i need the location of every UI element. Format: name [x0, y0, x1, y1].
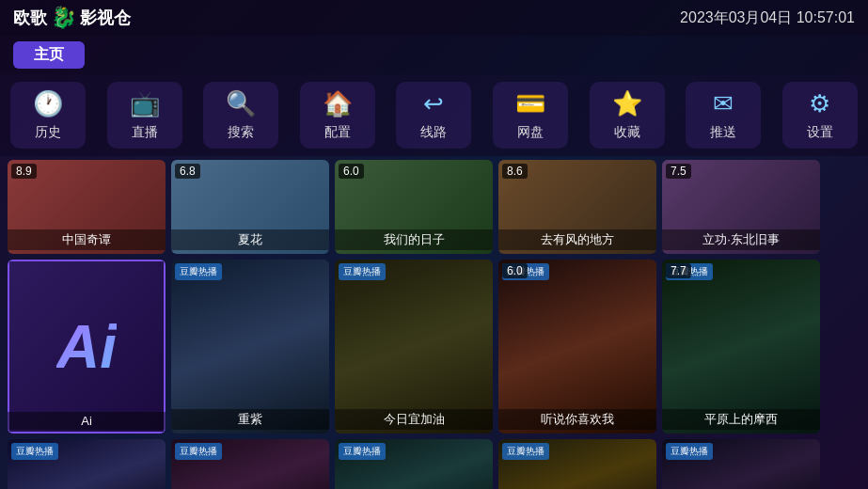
settings-label: 设置 [807, 124, 833, 141]
content: 8.9 中国奇谭 6.8 夏花 6.0 我们的日子 8.6 去有风的地方 7.5… [0, 156, 868, 489]
nav-item-route[interactable]: ↩ 线路 [396, 82, 471, 149]
mid-row: Ai Ai 豆瓣热播 重紫 豆瓣热播 今日宜加油 豆瓣热播 6.0 听说你喜欢我… [8, 260, 860, 434]
logo-suffix: 影视仓 [80, 7, 131, 29]
nav-item-favorites[interactable]: ⭐ 收藏 [590, 82, 665, 149]
datetime: 2023年03月04日 10:57:01 [680, 8, 855, 28]
card-quyoufengdedifang[interactable]: 8.6 去有风的地方 [498, 160, 656, 254]
card-title-womenderizi: 我们的日子 [335, 229, 493, 250]
home-bar: 主页 [0, 36, 868, 74]
search-icon: 🔍 [226, 89, 256, 118]
doupiao-badge-chongzi: 豆瓣热播 [175, 263, 222, 280]
search-label: 搜索 [228, 124, 254, 141]
logo: 欧歌 🐉 影视仓 [13, 6, 131, 30]
live-icon: 📺 [130, 89, 160, 118]
card-title-tingshuonixihuanwo: 听说你喜欢我 [498, 409, 656, 430]
ai-text: Ai [56, 312, 117, 382]
card-xiahua[interactable]: 6.8 夏花 [171, 160, 329, 254]
top-row: 8.9 中国奇谭 6.8 夏花 6.0 我们的日子 8.6 去有风的地方 7.5… [8, 160, 860, 254]
card-title-xiahua: 夏花 [171, 229, 329, 250]
score-badge-quyoufengdedifang: 8.6 [502, 164, 528, 179]
bot-row: 豆瓣热播 豆瓣热播 豆瓣热播 豆瓣热播 豆瓣热播 [8, 439, 860, 489]
home-button[interactable]: 主页 [13, 41, 85, 69]
card-title-quyoufengdedifang: 去有风的地方 [498, 229, 656, 250]
live-label: 直播 [132, 124, 158, 141]
settings-icon: ⚙ [809, 89, 830, 118]
nav-item-history[interactable]: 🕐 历史 [10, 82, 86, 149]
card-womenderizi[interactable]: 6.0 我们的日子 [335, 160, 493, 254]
nav-item-netdisk[interactable]: 💳 网盘 [493, 82, 568, 149]
card-zhongguoqitan[interactable]: 8.9 中国奇谭 [8, 160, 166, 254]
card-title-lifudongbeijushi: 立功·东北旧事 [662, 229, 820, 250]
nav-item-search[interactable]: 🔍 搜索 [203, 82, 278, 149]
score-badge-pingyuanshangdemoxie: 7.7 [666, 263, 691, 278]
favorites-icon: ⭐ [612, 89, 642, 118]
history-icon: 🕐 [33, 89, 63, 118]
route-label: 线路 [420, 124, 447, 141]
card-bot2[interactable]: 豆瓣热播 [171, 439, 329, 489]
card-pingyuanshangdemoxie[interactable]: 豆瓣热播 7.7 平原上的摩西 [662, 260, 820, 434]
card-jinyiyijiayou[interactable]: 豆瓣热播 今日宜加油 [335, 260, 493, 434]
card-bot3[interactable]: 豆瓣热播 [335, 439, 493, 489]
header: 欧歌 🐉 影视仓 2023年03月04日 10:57:01 [0, 0, 868, 36]
nav-menu: 🕐 历史 📺 直播 🔍 搜索 🏠 配置 ↩ 线路 💳 网盘 ⭐ 收藏 ✉ 推送 … [0, 74, 868, 156]
netdisk-label: 网盘 [517, 124, 544, 141]
card-chongzi[interactable]: 豆瓣热播 重紫 [171, 260, 329, 434]
doupiao-badge-bot3: 豆瓣热播 [339, 443, 386, 460]
config-icon: 🏠 [323, 89, 353, 118]
card-title-chongzi: 重紫 [171, 409, 329, 430]
card-title-pingyuanshangdemoxie: 平原上的摩西 [662, 409, 820, 430]
card-bot5[interactable]: 豆瓣热播 [662, 439, 820, 489]
netdisk-icon: 💳 [515, 89, 545, 118]
doupiao-badge-bot1: 豆瓣热播 [11, 443, 58, 460]
config-label: 配置 [324, 124, 351, 141]
card-title-jinyiyijiayou: 今日宜加油 [335, 409, 493, 430]
route-icon: ↩ [423, 89, 444, 118]
favorites-label: 收藏 [614, 124, 640, 141]
doupiao-badge-jinyiyijiayou: 豆瓣热播 [339, 263, 386, 280]
card-title-zhongguoqitan: 中国奇谭 [8, 229, 166, 250]
push-icon: ✉ [713, 89, 734, 118]
score-badge-tingshuonixihuanwo: 6.0 [502, 263, 528, 278]
card-lifudongbeijushi[interactable]: 7.5 立功·东北旧事 [662, 160, 820, 254]
nav-item-push[interactable]: ✉ 推送 [686, 82, 761, 149]
logo-icon: 🐉 [51, 6, 76, 30]
push-label: 推送 [710, 124, 736, 141]
nav-item-config[interactable]: 🏠 配置 [300, 82, 375, 149]
card-ai[interactable]: Ai Ai [8, 260, 166, 434]
card-tingshuonixihuanwo[interactable]: 豆瓣热播 6.0 听说你喜欢我 [498, 260, 656, 434]
logo-text: 欧歌 [13, 7, 47, 29]
score-badge-lifudongbeijushi: 7.5 [666, 164, 691, 179]
score-badge-womenderizi: 6.0 [339, 164, 364, 179]
score-badge-zhongguoqitan: 8.9 [11, 164, 37, 179]
card-bot1[interactable]: 豆瓣热播 [8, 439, 166, 489]
score-badge-xiahua: 6.8 [175, 164, 200, 179]
doupiao-badge-bot2: 豆瓣热播 [175, 443, 222, 460]
card-bot4[interactable]: 豆瓣热播 [498, 439, 656, 489]
doupiao-badge-bot5: 豆瓣热播 [666, 443, 713, 460]
card-title-ai: Ai [8, 412, 166, 430]
doupiao-badge-bot4: 豆瓣热播 [502, 443, 549, 460]
nav-item-live[interactable]: 📺 直播 [107, 82, 182, 149]
nav-item-settings[interactable]: ⚙ 设置 [782, 82, 858, 149]
history-label: 历史 [35, 124, 61, 141]
